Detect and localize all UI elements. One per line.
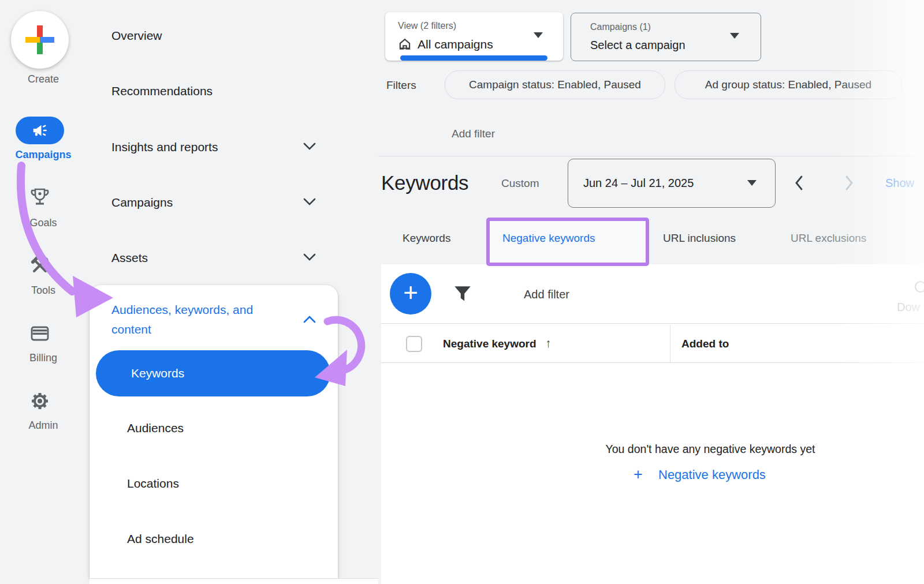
date-range-value: Jun 24 – Jul 21, 2025	[583, 177, 694, 190]
subnav-item-audiences[interactable]: Audiences	[127, 421, 184, 435]
sidebar-label-admin: Admin	[0, 420, 87, 432]
home-icon	[397, 36, 412, 51]
sidebar-label-campaigns: Campaigns	[0, 149, 87, 161]
sidebar-label-goals: Goals	[0, 217, 87, 229]
nav-item-overview[interactable]: Overview	[111, 29, 162, 43]
chevron-up-icon[interactable]	[303, 315, 316, 323]
tab-keywords[interactable]: Keywords	[403, 232, 450, 245]
add-filter-link[interactable]: Add filter	[452, 128, 495, 140]
create-label: Create	[0, 73, 87, 85]
panel-bottom-edge	[90, 578, 378, 584]
create-button[interactable]	[11, 11, 69, 69]
empty-state-message: You don't have any negative keywords yet	[606, 443, 815, 456]
google-plus-icon	[24, 24, 55, 55]
tab-url-exclusions[interactable]: URL exclusions	[791, 232, 866, 245]
page-title: Keywords	[381, 171, 468, 194]
nav-item-campaigns[interactable]: Campaigns	[111, 196, 173, 209]
nav-item-audiences-keywords-content[interactable]: Audiences, keywords, and	[111, 303, 253, 317]
date-dropdown-arrow-icon[interactable]	[747, 180, 757, 186]
sidebar-label-billing: Billing	[0, 352, 87, 364]
filters-label: Filters	[386, 79, 416, 92]
tools-icon[interactable]	[28, 254, 51, 277]
nav-item-audiences-keywords-content-line2[interactable]: content	[111, 323, 151, 336]
nav-item-insights-reports[interactable]: Insights and reports	[111, 140, 218, 154]
filter-pill-campaign-status[interactable]: Campaign status: Enabled, Paused	[445, 70, 665, 99]
sidebar-item-campaigns[interactable]	[16, 117, 64, 144]
add-negative-keyword-button[interactable]: +	[390, 273, 431, 315]
download-icon[interactable]	[915, 281, 924, 293]
divider	[378, 156, 924, 156]
subnav-item-locations[interactable]: Locations	[127, 477, 179, 491]
show-chart-link[interactable]: Show	[885, 177, 914, 190]
download-label-partial[interactable]: Dow	[897, 301, 920, 314]
trophy-icon[interactable]	[28, 186, 51, 209]
plus-icon[interactable]: +	[634, 466, 643, 484]
empty-state-add-negative-keywords-link[interactable]: Negative keywords	[658, 467, 766, 482]
filter-pill-text: Ad group status: Enabled, Paused	[705, 78, 871, 91]
filter-pill-ad-group-status[interactable]: Ad group status: Enabled, Paused	[675, 70, 902, 99]
tab-url-inclusions[interactable]: URL inclusions	[663, 232, 736, 245]
chevron-down-icon[interactable]	[303, 143, 316, 151]
gear-icon[interactable]	[28, 390, 51, 413]
date-range-mode: Custom	[501, 177, 539, 190]
negative-keywords-table	[381, 264, 924, 584]
billing-card-icon[interactable]	[28, 322, 51, 345]
megaphone-icon	[31, 122, 49, 139]
sort-ascending-icon[interactable]: ↑	[545, 336, 552, 350]
google-ads-app: Create Campaigns Goals Tools	[0, 0, 924, 584]
view-selected-indicator	[400, 55, 547, 61]
table-add-filter-link[interactable]: Add filter	[524, 288, 569, 301]
column-header-added-to[interactable]: Added to	[681, 338, 729, 350]
filter-pill-text: Campaign status: Enabled, Paused	[469, 78, 641, 91]
divider	[381, 323, 924, 324]
subnav-keywords-label: Keywords	[131, 366, 184, 380]
view-selector-label: View (2 filters)	[398, 21, 456, 31]
plus-icon: +	[403, 280, 418, 305]
divider	[381, 362, 924, 363]
campaign-selector-value: Select a campaign	[590, 39, 685, 52]
prev-period-icon[interactable]	[793, 175, 805, 191]
campaign-dropdown-arrow-icon[interactable]	[730, 33, 739, 39]
column-header-negative-keyword[interactable]: Negative keyword	[443, 338, 536, 350]
sidebar-label-tools: Tools	[0, 284, 87, 297]
campaign-selector-label: Campaigns (1)	[590, 22, 651, 32]
next-period-icon[interactable]	[843, 175, 855, 191]
chevron-down-icon[interactable]	[303, 253, 316, 261]
nav-item-assets[interactable]: Assets	[111, 251, 148, 265]
chevron-down-icon[interactable]	[303, 198, 316, 206]
view-selector-value: All campaigns	[418, 38, 493, 51]
column-divider	[670, 325, 670, 362]
nav-item-recommendations[interactable]: Recommendations	[111, 84, 213, 98]
filter-funnel-icon[interactable]	[453, 285, 472, 304]
tab-negative-keywords[interactable]: Negative keywords	[502, 232, 595, 245]
view-dropdown-arrow-icon[interactable]	[534, 32, 543, 38]
subnav-item-ad-schedule[interactable]: Ad schedule	[127, 532, 194, 546]
select-all-checkbox[interactable]	[406, 336, 422, 352]
